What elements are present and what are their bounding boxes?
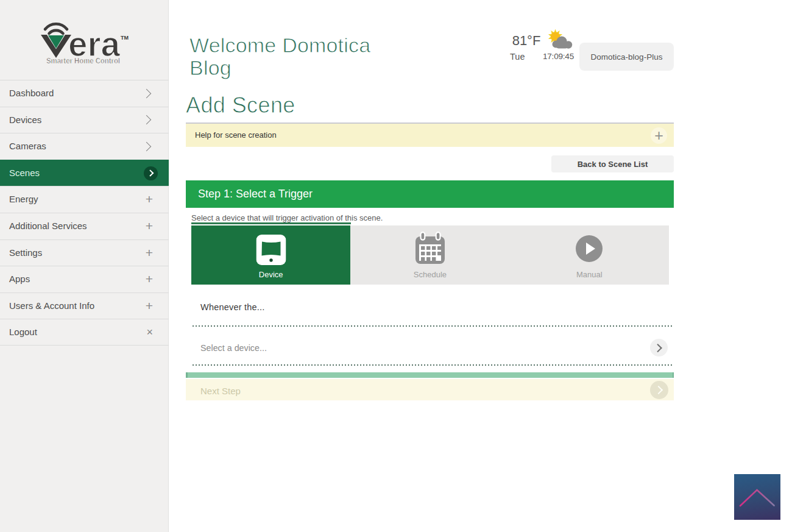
svg-text:Smarter Home Control: Smarter Home Control	[46, 57, 120, 65]
svg-text:TM: TM	[121, 35, 129, 41]
